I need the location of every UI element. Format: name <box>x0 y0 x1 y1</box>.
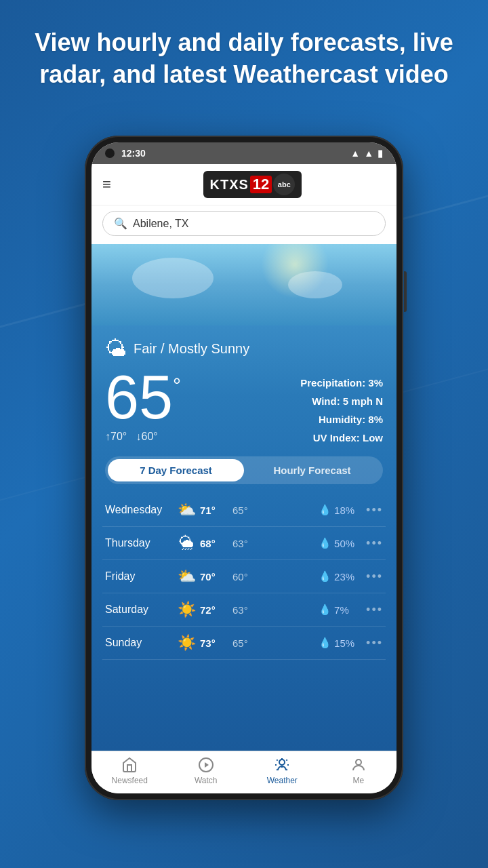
more-options-icon[interactable]: ••• <box>366 636 383 650</box>
wifi-icon: ▲ <box>350 148 360 159</box>
weather-info: 🌤 Fair / Mostly Sunny 65° ↑70° ↓60° <box>92 326 396 447</box>
more-options-icon[interactable]: ••• <box>366 603 383 617</box>
forecast-row[interactable]: Saturday ☀️ 72° 63° 💧 7% ••• <box>102 593 386 627</box>
svg-point-3 <box>356 760 361 765</box>
forecast-low: 60° <box>232 571 260 583</box>
precip-row: Precipitation: 3% <box>300 374 383 392</box>
forecast-low: 63° <box>232 538 260 549</box>
side-button <box>404 271 407 312</box>
condition-row: 🌤 Fair / Mostly Sunny <box>105 336 383 361</box>
forecast-list: Wednesday ⛅ 71° 65° 💧 18% ••• Thursday 🌦… <box>92 494 396 751</box>
phone-frame: 12:30 ▲ ▲ ▮ ≡ KTXS 12 abc <box>85 136 403 800</box>
search-icon: 🔍 <box>114 217 127 230</box>
promo-text: View hourly and daily forecasts, live ra… <box>0 27 488 91</box>
logo-number-text: 12 <box>250 176 272 193</box>
temp-low: ↓60° <box>136 431 158 442</box>
uv-row: UV Index: Low <box>300 429 383 447</box>
condition-text: Fair / Mostly Sunny <box>134 341 249 357</box>
search-value: Abilene, TX <box>133 218 188 230</box>
newsfeed-nav-label: Newsfeed <box>112 776 148 785</box>
me-nav-label: Me <box>352 776 364 785</box>
humidity-row: Humidity: 8% <box>300 410 383 429</box>
nav-item-watch[interactable]: Watch <box>168 757 245 785</box>
watch-nav-label: Watch <box>195 776 218 785</box>
forecast-day: Saturday <box>105 604 173 616</box>
temp-details-row: 65° ↑70° ↓60° Precipitation: 3% <box>105 367 383 447</box>
forecast-precip: 💧 7% <box>319 604 366 616</box>
forecast-day: Friday <box>105 570 173 583</box>
weather-nav-icon <box>274 757 290 773</box>
logo-network-text: abc <box>273 174 295 195</box>
forecast-row[interactable]: Thursday 🌦 68° 63° 💧 50% ••• <box>102 527 386 560</box>
forecast-icon: ☀️ <box>173 601 200 618</box>
status-icons: ▲ ▲ ▮ <box>350 148 383 159</box>
camera-dot <box>105 149 115 158</box>
rain-drop-icon: 💧 <box>319 604 331 616</box>
menu-button[interactable]: ≡ <box>102 176 111 193</box>
current-temp: 65° <box>105 367 181 428</box>
forecast-temps: 70° 60° <box>200 571 319 583</box>
forecast-high: 70° <box>200 571 227 583</box>
phone-mockup: 12:30 ▲ ▲ ▮ ≡ KTXS 12 abc <box>85 136 403 800</box>
app-header: ≡ KTXS 12 abc <box>92 164 396 205</box>
forecast-day: Sunday <box>105 637 173 649</box>
forecast-icon: ⛅ <box>173 568 200 585</box>
more-options-icon[interactable]: ••• <box>366 536 383 551</box>
logo-container: KTXS 12 abc <box>119 171 386 198</box>
bottom-nav: Newsfeed Watch Weather Me <box>92 751 396 793</box>
cloud-1 <box>132 258 214 298</box>
nav-item-newsfeed[interactable]: Newsfeed <box>92 757 168 785</box>
forecast-row[interactable]: Friday ⛅ 70° 60° 💧 23% ••• <box>102 560 386 593</box>
forecast-high: 72° <box>200 604 227 616</box>
forecast-high: 73° <box>200 637 227 649</box>
forecast-temps: 72° 63° <box>200 604 319 616</box>
weather-main: 🌤 Fair / Mostly Sunny 65° ↑70° ↓60° <box>92 244 396 751</box>
forecast-low: 65° <box>232 505 260 516</box>
me-nav-icon <box>350 757 367 773</box>
hi-lo: ↑70° ↓60° <box>105 431 181 443</box>
forecast-temps: 68° 63° <box>200 538 319 549</box>
forecast-low: 65° <box>232 637 260 649</box>
more-options-icon[interactable]: ••• <box>366 503 383 517</box>
forecast-high: 68° <box>200 538 227 549</box>
forecast-low: 63° <box>232 604 260 616</box>
forecast-row[interactable]: Wednesday ⛅ 71° 65° 💧 18% ••• <box>102 494 386 527</box>
svg-marker-1 <box>205 762 209 768</box>
forecast-icon: ☀️ <box>173 634 200 652</box>
forecast-temps: 71° 65° <box>200 505 319 516</box>
tab-hourly[interactable]: Hourly Forecast <box>244 459 380 481</box>
tab-7day[interactable]: 7 Day Forecast <box>108 459 244 481</box>
weather-nav-label: Weather <box>267 776 298 785</box>
temp-high: ↑70° <box>105 431 127 442</box>
battery-icon: ▮ <box>378 148 383 159</box>
weather-details: Precipitation: 3% Wind: 5 mph N Humidity… <box>300 367 383 447</box>
forecast-day: Thursday <box>105 537 173 549</box>
forecast-precip: 💧 18% <box>319 504 366 516</box>
forecast-precip: 💧 23% <box>319 570 366 583</box>
forecast-day: Wednesday <box>105 504 173 516</box>
weather-sky <box>92 244 396 326</box>
nav-item-weather[interactable]: Weather <box>244 757 321 785</box>
forecast-precip: 💧 50% <box>319 537 366 549</box>
rain-drop-icon: 💧 <box>319 570 331 583</box>
watch-nav-icon <box>198 757 214 773</box>
temp-left: 65° ↑70° ↓60° <box>105 367 181 443</box>
search-input-wrap[interactable]: 🔍 Abilene, TX <box>102 211 386 236</box>
signal-icon: ▲ <box>364 148 373 159</box>
newsfeed-nav-icon <box>121 757 138 773</box>
phone-screen: 12:30 ▲ ▲ ▮ ≡ KTXS 12 abc <box>92 142 396 793</box>
forecast-precip: 💧 15% <box>319 637 366 649</box>
app-logo: KTXS 12 abc <box>203 171 302 198</box>
forecast-icon: ⛅ <box>173 501 200 519</box>
wind-row: Wind: 5 mph N <box>300 392 383 410</box>
logo-ktxs-text: KTXS <box>210 177 249 193</box>
status-left: 12:30 <box>105 148 146 159</box>
status-bar: 12:30 ▲ ▲ ▮ <box>92 142 396 164</box>
rain-drop-icon: 💧 <box>319 637 331 649</box>
forecast-temps: 73° 65° <box>200 637 319 649</box>
search-bar-container: 🔍 Abilene, TX <box>92 205 396 244</box>
more-options-icon[interactable]: ••• <box>366 570 383 584</box>
nav-item-me[interactable]: Me <box>321 757 397 785</box>
forecast-row[interactable]: Sunday ☀️ 73° 65° 💧 15% ••• <box>102 627 386 660</box>
forecast-tabs: 7 Day Forecast Hourly Forecast <box>105 456 383 484</box>
